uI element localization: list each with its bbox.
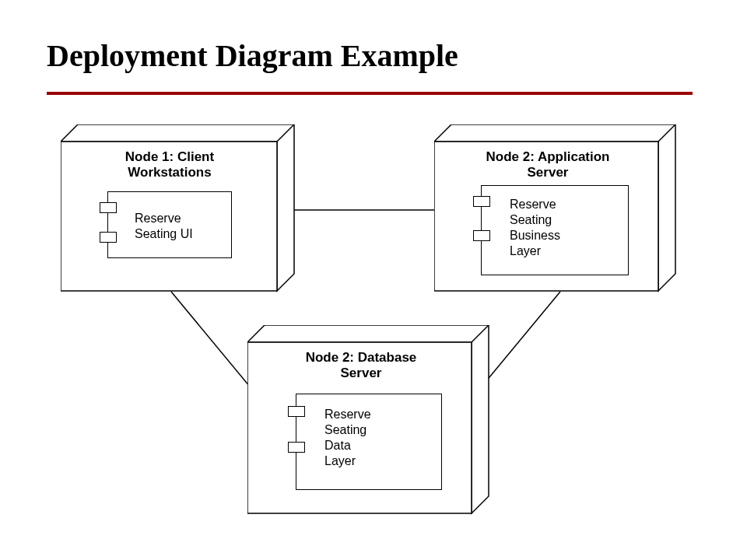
- component-db-lug-2: [288, 442, 305, 453]
- node-db-title: Node 2: Database Server: [275, 350, 447, 382]
- node-client-title-l2: Workstations: [128, 165, 211, 180]
- node-app-title: Node 2: Application Server: [462, 149, 633, 181]
- component-db: ReserveSeatingDataLayer: [296, 394, 442, 490]
- diagram-canvas: Node 1: Client Workstations ReserveSeati…: [0, 0, 747, 560]
- component-db-label: ReserveSeatingDataLayer: [324, 407, 371, 469]
- node-client-title-l1: Node 1: Client: [125, 149, 214, 164]
- component-client-lug-2: [100, 232, 117, 243]
- component-client-label: ReserveSeating UI: [135, 211, 193, 242]
- node-db-title-l2: Server: [341, 366, 382, 380]
- component-app-label: ReserveSeatingBusinessLayer: [510, 197, 560, 259]
- node-app-title-l2: Server: [528, 165, 569, 180]
- node-app: Node 2: Application Server ReserveSeatin…: [434, 124, 668, 294]
- node-db: Node 2: Database Server ReserveSeatingDa…: [247, 325, 481, 516]
- component-client-lug-1: [100, 202, 117, 213]
- component-app-lug-1: [473, 196, 490, 207]
- component-app: ReserveSeatingBusinessLayer: [481, 185, 629, 275]
- component-app-lug-2: [473, 230, 490, 241]
- node-client-title: Node 1: Client Workstations: [84, 149, 255, 181]
- node-app-title-l1: Node 2: Application: [486, 149, 610, 164]
- node-db-title-l1: Node 2: Database: [306, 350, 417, 365]
- node-client: Node 1: Client Workstations ReserveSeati…: [61, 124, 286, 294]
- component-client: ReserveSeating UI: [107, 191, 232, 258]
- component-db-lug-1: [288, 406, 305, 417]
